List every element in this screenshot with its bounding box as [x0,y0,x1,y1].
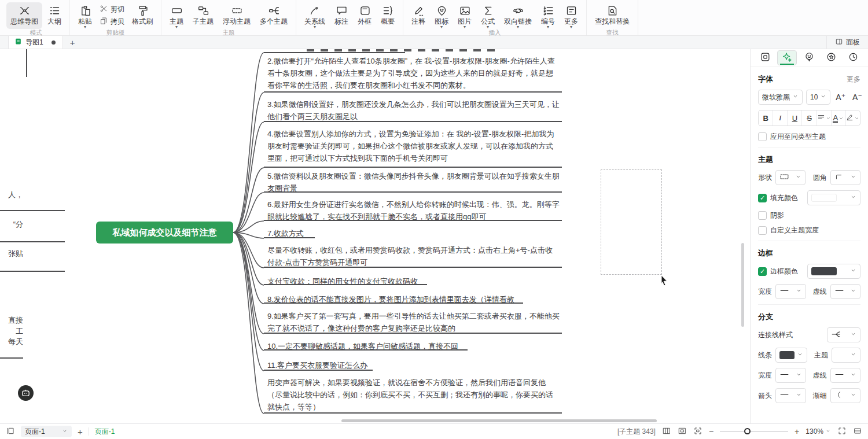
font-size-select[interactable]: 10 [806,90,830,105]
font-family-select[interactable]: 微软雅黑 [758,90,803,105]
strikethrough-button[interactable]: S [802,110,816,126]
toolbar-button-subtopic[interactable]: 子主题 [189,2,218,29]
toolbar-button-mindmap[interactable]: 思维导图 [6,2,42,29]
tab-history[interactable] [844,49,863,67]
taper-select[interactable] [830,388,861,403]
shape-select[interactable] [775,170,806,185]
document-tabbar: 导图1 + 面板 [0,36,868,49]
canvas-style-icon [760,51,771,64]
shadow-checkbox[interactable] [758,211,767,220]
mindmap-icon [19,3,31,17]
font-more-link[interactable]: 更多 [847,75,860,84]
underline-button[interactable]: U [788,110,802,126]
custom-width-checkbox[interactable] [758,226,767,235]
floating-topic-placeholder[interactable] [601,169,662,275]
line-glyph-icon [834,286,844,297]
corner-select[interactable] [830,170,860,185]
topic-node[interactable]: 尽量不收转账，收红包，或者用赞赏码收款，赞赏码开通方式：点击右上角+号-点击收付… [264,244,562,268]
toolbar-button-copy[interactable]: 拷贝 [97,17,127,27]
border-width-select[interactable] [775,284,806,299]
italic-button[interactable]: I [773,110,788,126]
topic-node[interactable]: 11.客户要买衣服要验证怎么办 [264,359,373,371]
pages-panel-button[interactable] [6,426,15,437]
font-decrease-button[interactable]: A⁻ [851,93,864,102]
toolbar-button-image[interactable]: 图片▾ [454,2,476,29]
apply-same-type-checkbox[interactable] [758,132,767,141]
mindmap-canvas[interactable]: 私域如何成交以及细节注意 2.微信要打开“允许陌生人查看10条朋友圈”，在 我-… [0,49,750,423]
topic-node[interactable]: 5.微信资料以及朋友圈设置：微信头像同步抖音头像，朋友圈背景可以在知乎搜索女生朋… [264,170,562,193]
toolbar-button-paste[interactable]: 粘贴▾ [74,2,96,29]
toolbar-button-format-painter[interactable]: 格式刷 [128,2,157,29]
toolbar-button-numbering[interactable]: 编号▾ [537,2,559,29]
border-color-select[interactable] [807,264,860,279]
toolbar-button-multi-topic[interactable]: 多个主题 [256,2,292,29]
tab-canvas-style[interactable] [755,49,775,67]
fit-screen-button[interactable] [693,426,703,437]
font-color-button[interactable]: A [832,110,846,126]
toolbar-button-boundary[interactable]: 外框 [354,2,376,29]
toolbar-button-marker[interactable]: 图标▾ [431,2,453,29]
presentation-split-button[interactable] [853,426,862,437]
horizontal-scrollbar[interactable] [341,419,657,422]
toolbar-button-note[interactable]: 注释 [407,2,429,29]
zoom-out-button[interactable]: − [709,427,713,436]
add-map-tab-button[interactable]: + [63,36,82,49]
toolbar-button-find-replace[interactable]: 查找和替换 [591,2,634,29]
badge-icon [826,51,837,64]
line-color-select[interactable] [775,348,807,363]
vertical-scrollbar[interactable] [741,243,744,327]
highlight-button[interactable] [846,110,860,126]
toolbar-button-topic[interactable]: 主题▾ [165,2,187,29]
toolbar-button-relation-line[interactable]: 关系线▾ [300,2,329,29]
map-overview-button[interactable] [662,426,671,437]
topic-node[interactable]: 10.一定不要聊敏感话题，如果客户问敏感话题，直接不回 [264,340,468,351]
toolbar-button-outline[interactable]: 大纲 [43,2,65,29]
assistant-chat-button[interactable] [18,385,34,401]
tab-badges[interactable] [822,49,841,67]
tab-topic-style[interactable] [777,50,797,65]
topic-node[interactable]: 支付宝收款：同样的用女性的支付宝收款码收款 [264,275,427,285]
topic-node[interactable]: 用变声器可解决，如果要视频验证，就说在宿舍不方便验证，然后我们用语音回复他（尽量… [264,377,562,414]
branch-width-select[interactable] [775,368,806,383]
topic-node[interactable]: 7.收款方式 [264,227,315,238]
fill-color-select[interactable] [807,190,860,205]
toolbar-button-bi-link[interactable]: 双向链接▾ [500,2,536,29]
summary-icon [382,3,394,17]
arrow-select[interactable] [775,388,806,403]
topic-node[interactable]: 8.发价位表的话不能直接发图片，要将图片添加到表情里面去发（详情看教程） [264,293,523,304]
toolbar-button-callout[interactable]: 标注 [330,2,352,29]
page-tab-active[interactable]: 页面-1 [95,427,115,437]
border-color-checkbox[interactable]: ✓ [758,267,767,276]
document-tab[interactable]: 导图1 [8,36,63,49]
branch-dash-select[interactable] [830,368,861,383]
page-select[interactable]: 页面-1 [21,426,72,437]
toolbar-button-more[interactable]: 更多▾ [560,2,582,29]
zoom-slider[interactable] [720,427,788,436]
fullscreen-button[interactable] [837,426,847,437]
panel-toggle-button[interactable]: 面板 [826,36,868,49]
apply-same-type-label: 应用至同类型主题 [770,132,826,142]
toolbar-button-floating-topic[interactable]: 浮动主题 [219,2,255,29]
zoom-in-button[interactable]: + [795,427,799,436]
topic-node[interactable]: 9.如果客户买了第一套写真，要用一些引导性的话去让他买第二套或者买衣服，不能他买… [264,310,562,334]
border-dash-select[interactable] [830,284,861,299]
tab-stickers[interactable] [799,49,819,67]
center-root-button[interactable] [678,426,687,437]
branch-topic-select[interactable] [832,348,860,363]
toolbar-button-summary[interactable]: 概要 [377,2,399,29]
fill-color-checkbox[interactable]: ✓ [758,194,767,202]
topic-node[interactable]: 6.最好用女生身份证进行实名微信，不然别人给你转账的时候出现：伟、强。龙。刚等字… [264,198,562,221]
font-increase-button[interactable]: A⁺ [834,93,847,102]
zoom-slider-knob[interactable] [744,428,751,434]
align-button[interactable] [817,110,832,126]
add-page-button[interactable]: + [78,427,83,437]
toolbar-button-formula[interactable]: 公式▾ [477,2,499,29]
topic-node[interactable]: 3.如果微信刚设置好，朋友圈还没发几条怎么办，我们可以把朋友圈设置为三天可见，让… [264,98,562,122]
zoom-level[interactable]: 130% [806,427,831,436]
root-topic-node[interactable]: 私域如何成交以及细节注意 [96,222,233,244]
toolbar-button-cut[interactable]: 剪切 [97,5,127,14]
connector-style-select[interactable] [827,327,860,342]
topic-node[interactable]: 2.微信要打开“允许陌生人查看10条朋友圈”，在 我-设置-朋友权限-朋友圈-允… [264,55,562,93]
bold-button[interactable]: B [759,110,773,126]
topic-node[interactable]: 4.微信要设置别人添加你的方式，设置为免验证添加：在 我的-设置-朋友权限-把加… [264,128,562,168]
